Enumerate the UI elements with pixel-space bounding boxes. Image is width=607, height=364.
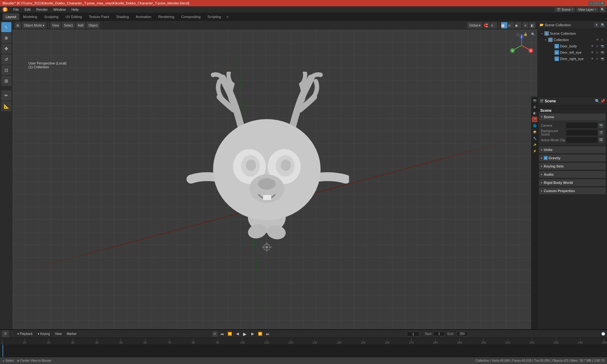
minimize-button[interactable]: ─ [589,1,593,5]
scene-collection-row[interactable]: ▾ S Scene Collection [539,30,606,37]
prop-camera-picker-icon[interactable]: 📷 [598,123,604,128]
tab-animation[interactable]: Animation [133,13,155,20]
prop-section-keying-header[interactable]: ▸ Keying Sets [539,163,606,170]
menu-window[interactable]: Window [51,7,68,12]
prev-frame-button[interactable]: ◀ [234,331,241,337]
deer-right-eye-row[interactable]: △ Deer_right_eye 👁 ⊙ 📷 [539,56,606,62]
modifier-props-icon[interactable]: 🔧 [532,136,537,141]
current-frame-display[interactable]: 1 [407,331,420,337]
timeline-tracks[interactable] [0,344,607,358]
object-props-icon[interactable]: 📦 [532,129,537,135]
add-workspace-button[interactable]: + [225,14,230,20]
tab-texture-paint[interactable]: Texture Paint [86,13,112,20]
jump-to-start-button[interactable]: ⏮ [219,331,225,337]
deer-left-eye-eye-icon[interactable]: 👁 [590,50,594,55]
play-button[interactable]: ▶ [242,331,248,337]
prop-section-rigid-body-header[interactable]: ▸ Rigid Body World [539,179,606,186]
collection-cursor-icon[interactable]: ⊙ [600,38,604,42]
deer-right-eye-eye-icon[interactable]: 👁 [590,57,594,61]
menu-help[interactable]: Help [69,7,81,12]
physics-props-icon[interactable]: ⚡ [532,148,537,154]
snap-toggle[interactable]: 🧲 [484,22,490,28]
deer-body-select-icon[interactable]: ⊙ [595,44,599,48]
prop-background-picker-icon[interactable]: 🎬 [598,130,604,136]
prop-background-value[interactable] [566,130,598,136]
deer-right-eye-render-icon[interactable]: 📷 [600,57,604,61]
editor-type-button[interactable]: ⊞ [15,22,21,28]
maximize-button[interactable]: □ [594,1,599,5]
prop-section-custom-props-header[interactable]: ▸ Custom Properties [539,187,606,194]
annotate-tool-button[interactable]: ✏ [1,90,11,100]
marker-menu[interactable]: Marker [65,331,78,336]
collection-eye-icon[interactable]: 👁 [595,38,599,42]
deer-right-eye-select-icon[interactable]: ⊙ [595,57,599,61]
properties-search-icon[interactable]: 🔍 [595,99,600,103]
lock-camera-button[interactable]: 🔒 [522,31,529,38]
deer-left-eye-render-icon[interactable]: 📷 [600,50,604,55]
view-menu-timeline[interactable]: View [53,331,64,336]
tab-scripting[interactable]: Scripting [204,13,224,20]
close-button[interactable]: ✕ [600,1,604,5]
flip-view-button[interactable]: 🔍 [530,31,536,38]
jump-to-end-button[interactable]: ⏭ [265,331,271,337]
prop-camera-value[interactable] [566,123,598,128]
start-frame-input[interactable]: 1 [433,331,445,336]
next-keyframe-button[interactable]: ⏩ [257,331,263,337]
deer-left-eye-row[interactable]: △ Deer_left_eye 👁 ⊙ 📷 [539,49,606,56]
menu-file[interactable]: File [11,7,21,12]
deer-body-render-icon[interactable]: 📷 [600,44,604,48]
properties-pin-icon[interactable]: 📌 [600,99,605,103]
view-layer-props-icon[interactable]: ◧ [532,110,537,116]
world-props-icon[interactable]: 🌐 [532,123,537,129]
viewport-canvas[interactable]: User Perspective (Local) (1) Collection [13,30,537,329]
deer-body-row[interactable]: △ Deer_body 👁 ⊙ 📷 [539,43,606,49]
cursor-tool-button[interactable]: ⊕ [1,33,11,43]
prop-section-scene-header[interactable]: ▾ Scene [539,113,606,120]
prop-active-clip-value[interactable] [566,137,598,143]
end-frame-input[interactable]: 250 [457,331,468,336]
keying-menu[interactable]: ▾ Keying [36,331,52,336]
tab-layout[interactable]: Layout [3,13,19,20]
tab-compositing[interactable]: Compositing [178,13,204,20]
measure-tool-button[interactable]: 📐 [1,101,11,111]
output-props-icon[interactable]: 🖨 [532,104,537,110]
proportional-edit[interactable]: ⊙ [491,22,497,28]
move-tool-button[interactable]: ✥ [1,44,11,54]
view-menu-button[interactable]: View [50,22,61,28]
scale-tool-button[interactable]: ⊡ [1,65,11,75]
tab-shading[interactable]: Shading [113,13,132,20]
search-button[interactable]: 🔍 [599,7,606,12]
deer-left-eye-select-icon[interactable]: ⊙ [595,50,599,55]
add-menu-button[interactable]: Add [76,22,85,28]
tab-rendering[interactable]: Rendering [155,13,177,20]
prop-section-gravity-header[interactable]: ▸ ✓ Gravity [539,155,606,161]
rotate-tool-button[interactable]: ↺ [1,54,11,64]
view-layer-selector[interactable]: View Layer ▾ [576,7,598,12]
camera-view-button[interactable]: 🎥 [514,31,521,38]
gravity-checkbox[interactable]: ✓ [544,156,548,160]
scene-selector[interactable]: 🎬 Scene ▾ [555,7,575,12]
prop-section-units-header[interactable]: ▸ Units [539,146,606,153]
playback-menu[interactable]: ▾ Playback [15,331,34,336]
prev-keyframe-button[interactable]: ⏪ [227,331,233,337]
particle-props-icon[interactable]: ✨ [532,142,537,148]
object-menu-button[interactable]: Object [87,22,100,28]
viewport-overlays-button[interactable]: ≡ [523,22,528,28]
loop-toggle[interactable]: ⊞ [212,331,218,337]
outliner-filter-icon[interactable]: ▼ [594,22,599,27]
prop-section-audio-header[interactable]: ▸ Audio [539,171,606,178]
prop-active-clip-picker-icon[interactable]: 🎞 [598,137,604,143]
next-frame-button[interactable]: ▶ [249,331,256,337]
solid-mode-button[interactable]: ⬤ [501,22,507,28]
tab-sculpting[interactable]: Sculpting [41,13,62,20]
global-transform-button[interactable]: Global ▾ [467,22,482,28]
transform-tool-button[interactable]: ⊞ [1,76,11,86]
playhead[interactable] [3,344,3,358]
blender-logo[interactable] [1,7,9,12]
xray-button[interactable]: ◧ [529,22,536,28]
timeline-ruler[interactable]: 1102030405060708090100110120130140150160… [0,338,607,344]
tab-modeling[interactable]: Modeling [20,13,40,20]
object-mode-button[interactable]: Object Mode ▾ [22,22,46,28]
menu-render[interactable]: Render [34,7,50,12]
select-menu-button[interactable]: Select [62,22,75,28]
